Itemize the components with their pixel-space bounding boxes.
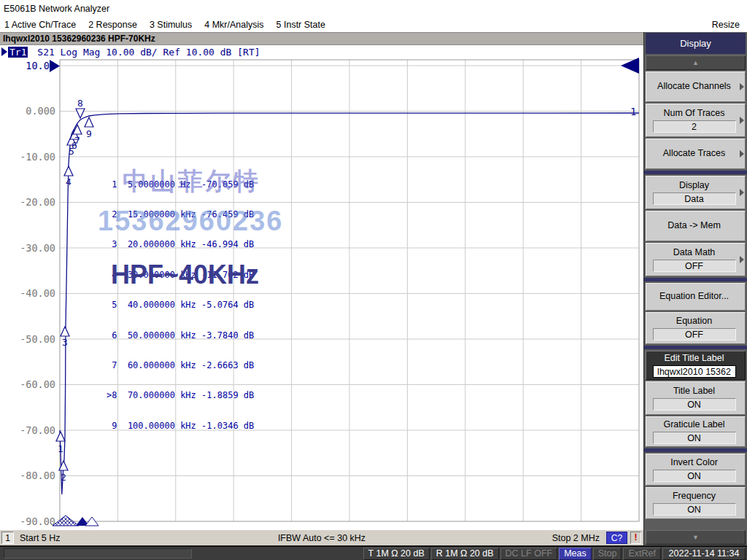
marker-4[interactable]: 4 — [64, 166, 73, 187]
correction-status-badge: C? — [606, 532, 627, 544]
svg-text:2: 2 — [61, 472, 66, 483]
marker-table-row: 7 60.000000 kHz -2.6663 dB — [107, 361, 254, 371]
marker-table: 1 5.0000000 Hz -70.059 dB 2 15.000000 kH… — [107, 160, 254, 451]
softkey-group-separator — [644, 346, 747, 349]
title-label-bar: lhqwxl2010 15362960236 HPF-70KHz — [0, 32, 643, 45]
equation-button[interactable]: Equation OFF — [646, 312, 746, 344]
invert-color-button[interactable]: Invert Color ON — [646, 454, 746, 486]
equation-editor-button[interactable]: Equation Editor... — [646, 283, 746, 311]
menu-mkr-analysis[interactable]: 4 Mkr/Analysis — [204, 20, 263, 30]
display-data-value: Data — [653, 192, 736, 205]
taskbar-empty-slot — [4, 548, 192, 559]
graticule[interactable]: 10.00 0.000 -10.00 -20.00 -30.00 -40.00 … — [0, 45, 643, 529]
filter-annotation: HPF~40KHz — [111, 260, 259, 290]
plot-area[interactable]: 10.00 0.000 -10.00 -20.00 -30.00 -40.00 … — [0, 45, 643, 529]
y-label: -10.00 — [20, 151, 55, 163]
softkey-sidebar: Display ▲ Allocate Channels Num Of Trace… — [643, 32, 747, 545]
marker-table-row: 9 100.00000 kHz -1.0346 dB — [107, 421, 254, 432]
active-trace-pointer-icon — [1, 47, 7, 56]
marker-2[interactable]: 2 — [59, 461, 68, 483]
sweep-stop-status: Stop — [593, 548, 622, 560]
start-frequency-label[interactable]: Start 5 Hz — [20, 533, 61, 543]
menu-bar: 1 Active Ch/Trace 2 Response 3 Stimulus … — [0, 18, 747, 32]
marker-9[interactable]: 9 — [85, 117, 93, 139]
window-titlebar: E5061B Network Analyzer — [0, 0, 747, 18]
edit-title-label-value: lhqwxl2010 15362 — [653, 365, 736, 378]
edit-title-label-button[interactable]: Edit Title Label lhqwxl2010 15362 — [646, 351, 746, 380]
submenu-arrow-icon — [740, 189, 744, 196]
stop-frequency-label[interactable]: Stop 2 MHz — [552, 533, 600, 543]
frequency-value: ON — [653, 503, 736, 516]
softkey-group-separator — [644, 278, 747, 281]
channel-number-box: 1 — [1, 532, 14, 544]
marker-table-row: 3 20.000000 kHz -46.994 dB — [107, 240, 254, 250]
scroll-down-button[interactable]: ▼ — [646, 530, 746, 545]
menu-instr-state[interactable]: 5 Instr State — [276, 20, 325, 30]
data-math-value: OFF — [653, 260, 736, 272]
scroll-up-icon: ▲ — [692, 59, 699, 66]
equation-value: OFF — [653, 328, 736, 341]
submenu-arrow-icon — [740, 256, 744, 263]
y-axis-labels: 10.00 0.000 -10.00 -20.00 -30.00 -40.00 … — [20, 60, 55, 527]
invert-color-value: ON — [653, 470, 736, 482]
y-label: -90.00 — [20, 516, 55, 527]
trace-format-text: S21 Log Mag 10.00 dB/ Ref 10.00 dB [RT] — [31, 47, 260, 58]
analyzer-window: E5061B Network Analyzer 1 Active Ch/Trac… — [0, 0, 747, 560]
menu-response[interactable]: 2 Response — [88, 20, 137, 30]
y-label: -30.00 — [20, 242, 55, 254]
y-label: -50.00 — [20, 333, 55, 345]
submenu-arrow-icon — [740, 117, 744, 124]
title-label-button[interactable]: Title Label ON — [646, 381, 746, 415]
warning-badge: ! — [630, 532, 641, 544]
r-port-attenuation[interactable]: R 1M Ω 20 dB — [431, 548, 499, 560]
meas-status: Meas — [559, 548, 592, 560]
marker-3[interactable]: 3 — [61, 327, 69, 348]
menu-resize[interactable]: Resize — [712, 20, 740, 30]
menu-active-ch-trace[interactable]: 1 Active Ch/Trace — [4, 20, 76, 30]
data-to-mem-button[interactable]: Data -> Mem — [646, 211, 746, 241]
allocate-channels-button[interactable]: Allocate Channels — [646, 71, 746, 102]
t-port-attenuation[interactable]: T 1M Ω 20 dB — [363, 548, 430, 560]
datetime-display: 2022-11-14 11:34 — [662, 548, 746, 560]
marker-table-row: 5 40.000000 kHz -5.0764 dB — [107, 300, 254, 311]
off-scale-indicator — [53, 516, 98, 526]
y-label: 0.000 — [26, 105, 55, 117]
svg-text:7: 7 — [74, 135, 80, 146]
marker-1[interactable]: 1 — [56, 432, 65, 454]
graticule-label-button[interactable]: Graticule Label ON — [646, 416, 746, 447]
submenu-arrow-icon — [740, 83, 744, 90]
svg-text:9: 9 — [86, 128, 92, 139]
scroll-down-icon: ▼ — [692, 534, 699, 541]
submenu-arrow-icon — [740, 150, 744, 158]
num-of-traces-value: 2 — [653, 120, 736, 133]
graticule-label-value: ON — [653, 432, 736, 444]
menu-stimulus[interactable]: 3 Stimulus — [150, 20, 192, 30]
softkey-group-separator — [644, 448, 747, 452]
y-label: -60.00 — [20, 378, 55, 390]
extref-status: ExtRef — [623, 548, 661, 560]
dc-lf-status: DC LF OFF — [500, 548, 558, 560]
softkey-menu-title: Display — [646, 33, 746, 54]
trace-id-chip[interactable]: Tr1 — [8, 47, 28, 58]
data-math-button[interactable]: Data Math OFF — [646, 243, 746, 276]
display-data-button[interactable]: Display Data — [646, 176, 746, 209]
y-label: -40.00 — [20, 287, 55, 299]
window-title: E5061B Network Analyzer — [4, 4, 109, 14]
y-label: -80.00 — [20, 470, 55, 481]
marker-table-row: 6 50.000000 kHz -3.7840 dB — [107, 331, 254, 341]
svg-text:4: 4 — [66, 176, 71, 187]
softkey-group-separator — [644, 171, 747, 174]
status-bar: 1 Start 5 Hz IFBW Auto <= 30 kHz Stop 2 … — [0, 529, 643, 545]
trace-info-line[interactable]: Tr1 S21 Log Mag 10.00 dB/ Ref 10.00 dB [… — [1, 46, 260, 58]
marker-table-row: >8 70.000000 kHz -1.8859 dB — [107, 391, 254, 401]
svg-text:3: 3 — [62, 337, 68, 348]
marker-8-active[interactable]: 8 — [76, 98, 85, 118]
instrument-taskbar: T 1M Ω 20 dB R 1M Ω 20 dB DC LF OFF Meas… — [0, 545, 747, 560]
frequency-button[interactable]: Frequency ON — [646, 487, 746, 519]
allocate-traces-button[interactable]: Allocate Traces — [646, 139, 746, 169]
title-label-text: lhqwxl2010 15362960236 HPF-70KHz — [3, 34, 155, 44]
scroll-up-button[interactable]: ▲ — [646, 55, 746, 70]
num-of-traces-button[interactable]: Num Of Traces 2 — [646, 104, 746, 137]
watermark-phone: 15362960236 — [98, 206, 283, 237]
ifbw-label: IFBW Auto <= 30 kHz — [0, 533, 643, 543]
